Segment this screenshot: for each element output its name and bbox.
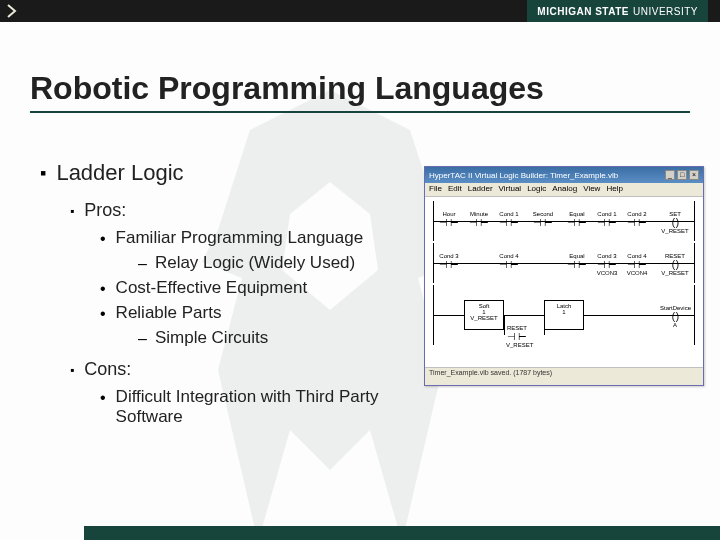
rung-3: 140 Soft 1 V_RESET Latch 1 RESET⊣ ⊢V_RES… [433,285,695,345]
menu-virtual[interactable]: Virtual [499,184,522,195]
contact-cond1: Cond 1⊣ ⊢ [498,211,520,231]
bullet-pros-3-sub: Simple Circuits [138,328,420,349]
window-title: HyperTAC II Virtual Logic Builder: Timer… [429,171,618,180]
minimize-icon[interactable]: _ [665,170,675,180]
branch [544,315,545,335]
box-soft: Soft 1 V_RESET [464,300,504,330]
contact-equal: Equal⊣ ⊢ [566,211,588,231]
bullet-pros-1-sub: Relay Logic (Widely Used) [138,253,420,274]
contact-cond2: Cond 2⊣ ⊢ [626,211,648,231]
window-menubar: File Edit Ladder Virtual Logic Analog Vi… [425,183,703,197]
bullet-cons-label: Cons: [70,359,420,381]
close-icon[interactable]: × [689,170,699,180]
brand-name: MICHIGAN STATE [537,6,629,17]
brand-bar: MICHIGAN STATE UNIVERSITY [0,0,720,22]
maximize-icon[interactable]: □ [677,170,687,180]
contact-hour: Hour⊣ ⊢ [438,211,460,231]
menu-analog[interactable]: Analog [552,184,577,195]
coil-reset: RESET( )V_RESET [660,253,690,277]
menu-help[interactable]: Help [606,184,622,195]
brand-suffix: UNIVERSITY [633,6,698,17]
contact-vcon3: Cond 3⊣ ⊢VCON3 [596,253,618,273]
menu-logic[interactable]: Logic [527,184,546,195]
slide-footer [0,526,720,540]
slide-title: Robotic Programming Languages [30,70,690,113]
coil-set: SET( )V_RESET [660,211,690,235]
wire [434,263,694,264]
menu-edit[interactable]: Edit [448,184,462,195]
brand-badge: MICHIGAN STATE UNIVERSITY [527,0,708,22]
contact-cond4: Cond 4⊣ ⊢ [498,253,520,273]
box-latch: Latch 1 [544,300,584,330]
content-area: Ladder Logic Pros: Familiar Programming … [40,160,420,431]
branch [504,315,505,335]
ladder-canvas: 186 Hour⊣ ⊢ Minute⊣ ⊢ Cond 1⊣ ⊢ Second⊣ … [425,197,703,367]
menu-ladder[interactable]: Ladder [468,184,493,195]
contact-reset-branch: RESET⊣ ⊢V_RESET [506,325,528,345]
contact-equal2: Equal⊣ ⊢ [566,253,588,273]
window-titlebar: HyperTAC II Virtual Logic Builder: Timer… [425,167,703,183]
footer-notch [0,526,84,540]
bullet-pros-3: Reliable Parts [100,303,420,324]
menu-file[interactable]: File [429,184,442,195]
chevron-icon [0,0,34,22]
bullet-topic: Ladder Logic [40,160,420,186]
ladder-logic-window: HyperTAC II Virtual Logic Builder: Timer… [424,166,704,386]
contact-second: Second⊣ ⊢ [532,211,554,231]
menu-view[interactable]: View [583,184,600,195]
bullet-cons-1: Difficult Integration with Third Party S… [100,387,420,427]
rung-1: 186 Hour⊣ ⊢ Minute⊣ ⊢ Cond 1⊣ ⊢ Second⊣ … [433,201,695,241]
bullet-pros-2: Cost-Effective Equipment [100,278,420,299]
bullet-pros-1: Familiar Programming Language [100,228,420,249]
contact-vcon4: Cond 4⊣ ⊢VCON4 [626,253,648,273]
contact-cond1b: Cond 1⊣ ⊢ [596,211,618,231]
footer-bar [84,526,720,540]
coil-startdevice: StartDevice( )A [660,305,690,329]
contact-cond3: Cond 3⊣ ⊢ [438,253,460,273]
contact-minute: Minute⊣ ⊢ [468,211,490,231]
window-statusbar: Timer_Example.vlb saved. (1787 bytes) [425,367,703,381]
bullet-pros-label: Pros: [70,200,420,222]
rung-2: 110 Cond 3⊣ ⊢ Cond 4⊣ ⊢ Equal⊣ ⊢ Cond 3⊣… [433,243,695,283]
